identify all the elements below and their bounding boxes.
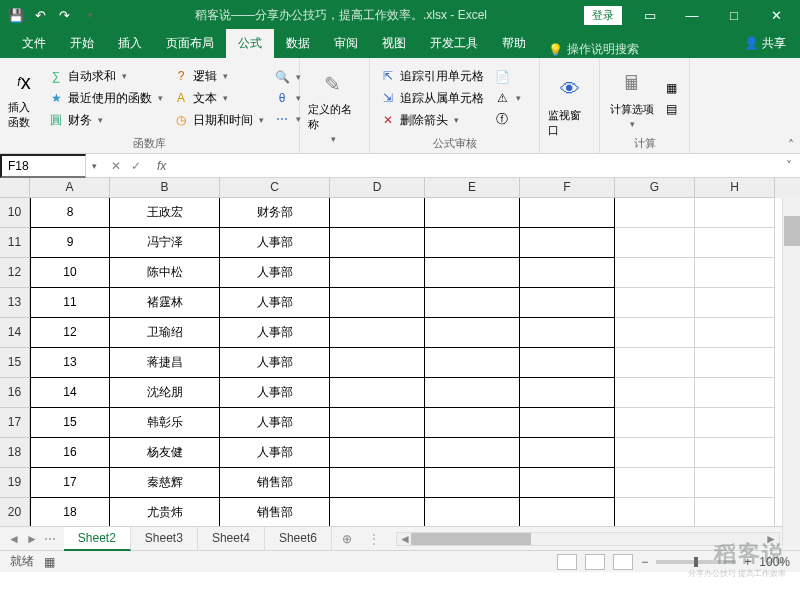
- undo-icon[interactable]: ↶: [32, 7, 48, 23]
- cell[interactable]: 14: [30, 378, 110, 408]
- sheet-nav-prev-icon[interactable]: ◄: [8, 532, 20, 546]
- ribbon-options-icon[interactable]: ▭: [630, 0, 670, 30]
- cell[interactable]: [615, 408, 695, 438]
- tab-页面布局[interactable]: 页面布局: [154, 29, 226, 58]
- tab-开始[interactable]: 开始: [58, 29, 106, 58]
- cell[interactable]: 销售部: [220, 468, 330, 498]
- scroll-right-icon[interactable]: ►: [765, 532, 777, 546]
- close-icon[interactable]: ✕: [756, 0, 796, 30]
- cell[interactable]: [330, 198, 425, 228]
- collapse-ribbon-icon[interactable]: ˄: [788, 138, 794, 152]
- cell[interactable]: [520, 498, 615, 526]
- formula-input[interactable]: [172, 156, 778, 176]
- row-header[interactable]: 15: [0, 348, 30, 378]
- tab-数据[interactable]: 数据: [274, 29, 322, 58]
- cell[interactable]: 杨友健: [110, 438, 220, 468]
- cell[interactable]: [330, 408, 425, 438]
- cell[interactable]: [330, 438, 425, 468]
- zoom-in-button[interactable]: +: [744, 555, 751, 569]
- datetime-button[interactable]: ◷日期和时间▾: [171, 111, 266, 130]
- cell[interactable]: [615, 318, 695, 348]
- row-header[interactable]: 11: [0, 228, 30, 258]
- page-layout-view-button[interactable]: [585, 554, 605, 570]
- cell[interactable]: 尤贵炜: [110, 498, 220, 526]
- cell[interactable]: 18: [30, 498, 110, 526]
- cell[interactable]: [425, 258, 520, 288]
- row-header[interactable]: 19: [0, 468, 30, 498]
- login-button[interactable]: 登录: [584, 6, 622, 25]
- cell[interactable]: [520, 408, 615, 438]
- cell[interactable]: [330, 348, 425, 378]
- macro-icon[interactable]: ▦: [44, 555, 55, 569]
- sheet-nav-next-icon[interactable]: ►: [26, 532, 38, 546]
- cell[interactable]: [695, 498, 775, 526]
- cell[interactable]: [695, 348, 775, 378]
- cell[interactable]: 陈中松: [110, 258, 220, 288]
- tab-审阅[interactable]: 审阅: [322, 29, 370, 58]
- cell[interactable]: 卫瑜绍: [110, 318, 220, 348]
- defined-names-button[interactable]: ✎ 定义的名称 ▾: [308, 62, 356, 149]
- cell[interactable]: 秦慈辉: [110, 468, 220, 498]
- cell[interactable]: 人事部: [220, 348, 330, 378]
- add-sheet-button[interactable]: ⊕: [332, 532, 362, 546]
- cell[interactable]: [425, 198, 520, 228]
- text-button[interactable]: A文本▾: [171, 89, 266, 108]
- cell[interactable]: [425, 318, 520, 348]
- cell[interactable]: [520, 378, 615, 408]
- cell[interactable]: 17: [30, 468, 110, 498]
- select-all-button[interactable]: [0, 178, 30, 198]
- column-header[interactable]: A: [30, 178, 110, 198]
- cancel-icon[interactable]: ✕: [111, 159, 121, 173]
- column-header[interactable]: H: [695, 178, 775, 198]
- column-header[interactable]: C: [220, 178, 330, 198]
- cell[interactable]: [615, 258, 695, 288]
- cell[interactable]: [520, 228, 615, 258]
- cell[interactable]: [425, 438, 520, 468]
- cell[interactable]: [330, 228, 425, 258]
- cell[interactable]: 16: [30, 438, 110, 468]
- sheet-tab[interactable]: Sheet4: [198, 527, 265, 551]
- cell[interactable]: [330, 378, 425, 408]
- cell[interactable]: 12: [30, 318, 110, 348]
- cell[interactable]: [695, 228, 775, 258]
- cell[interactable]: [425, 348, 520, 378]
- cell[interactable]: [615, 198, 695, 228]
- cell[interactable]: 沈纶朋: [110, 378, 220, 408]
- cell[interactable]: [615, 438, 695, 468]
- cell[interactable]: 王政宏: [110, 198, 220, 228]
- sheet-tab[interactable]: Sheet2: [64, 527, 131, 551]
- cell[interactable]: [330, 258, 425, 288]
- sheet-tab[interactable]: Sheet3: [131, 527, 198, 551]
- recent-functions-button[interactable]: ★最近使用的函数▾: [46, 89, 165, 108]
- insert-function-button[interactable]: fx 插入函数: [8, 62, 40, 134]
- sheet-tab[interactable]: Sheet6: [265, 527, 332, 551]
- cell[interactable]: [330, 498, 425, 526]
- cell[interactable]: [615, 498, 695, 526]
- trace-dependents-button[interactable]: ⇲追踪从属单元格: [378, 89, 486, 108]
- cell[interactable]: 人事部: [220, 288, 330, 318]
- evaluate-button[interactable]: ⓕ: [492, 110, 523, 128]
- cell[interactable]: 人事部: [220, 408, 330, 438]
- cell[interactable]: [520, 198, 615, 228]
- cell[interactable]: [695, 258, 775, 288]
- normal-view-button[interactable]: [557, 554, 577, 570]
- lookup-button[interactable]: 🔍▾: [272, 68, 303, 86]
- cell[interactable]: [330, 318, 425, 348]
- calc-options-button[interactable]: 🖩 计算选项 ▾: [608, 62, 655, 134]
- cell[interactable]: 人事部: [220, 438, 330, 468]
- cell[interactable]: 9: [30, 228, 110, 258]
- zoom-out-button[interactable]: −: [641, 555, 648, 569]
- save-icon[interactable]: 💾: [8, 7, 24, 23]
- scroll-thumb[interactable]: [784, 216, 800, 246]
- redo-icon[interactable]: ↷: [56, 7, 72, 23]
- cell[interactable]: [695, 468, 775, 498]
- namebox-dropdown-icon[interactable]: ▾: [88, 161, 101, 171]
- vertical-scrollbar[interactable]: [782, 198, 800, 546]
- cell[interactable]: 财务部: [220, 198, 330, 228]
- cell[interactable]: [615, 378, 695, 408]
- cell[interactable]: 10: [30, 258, 110, 288]
- cell[interactable]: [520, 258, 615, 288]
- zoom-level[interactable]: 100%: [759, 555, 790, 569]
- cell[interactable]: [615, 348, 695, 378]
- watch-window-button[interactable]: 👁 监视窗口: [548, 62, 591, 149]
